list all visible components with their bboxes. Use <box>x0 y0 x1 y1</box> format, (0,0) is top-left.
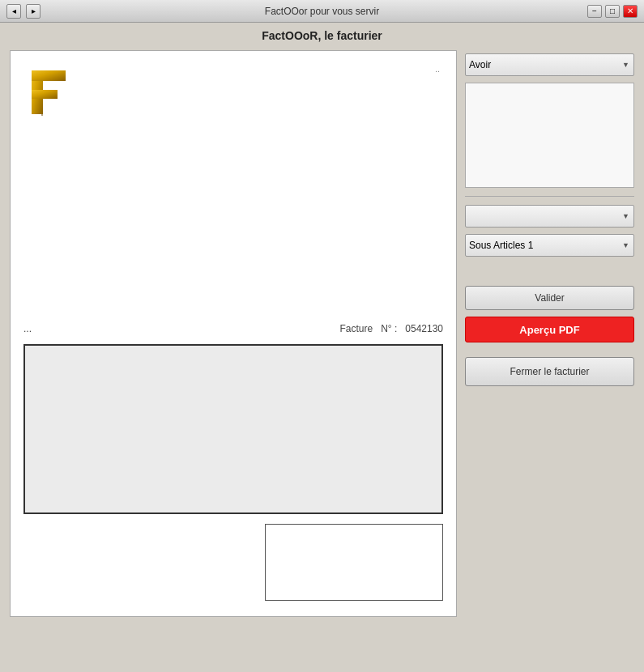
empty-select-wrapper[interactable] <box>465 205 634 228</box>
sous-articles-select[interactable]: Sous Articles 1 <box>465 234 634 257</box>
doc-dots-top: .. <box>435 64 440 74</box>
avoir-select-wrapper[interactable]: Avoir <box>465 53 634 76</box>
app-title: FactOOoR, le facturier <box>10 29 634 42</box>
sidebar: Avoir Sous Articles 1 Valider <box>465 50 634 386</box>
numero-label: N° : <box>381 323 397 334</box>
facture-label: Facture <box>339 323 373 334</box>
empty-select[interactable] <box>465 205 634 228</box>
valider-button[interactable]: Valider <box>465 286 634 310</box>
sidebar-textarea[interactable] <box>465 83 634 188</box>
spacer-1 <box>465 263 634 279</box>
avoir-select[interactable]: Avoir <box>465 53 634 76</box>
app-window: FactOOoR, le facturier <box>0 23 644 627</box>
doc-table-area <box>23 344 443 514</box>
fermer-button[interactable]: Fermer le facturier <box>465 357 634 386</box>
doc-header <box>23 64 443 121</box>
apercu-pdf-button[interactable]: Aperçu PDF <box>465 317 634 342</box>
back-button[interactable]: ◂ <box>6 4 21 19</box>
title-bar-left: ◂ ▸ <box>6 4 41 19</box>
doc-total-area <box>265 524 443 601</box>
svg-rect-3 <box>41 114 43 116</box>
numero-value: 0542130 <box>405 323 443 334</box>
forward-button[interactable]: ▸ <box>26 4 41 19</box>
f-logo <box>23 64 80 121</box>
close-button[interactable]: ✕ <box>623 5 638 18</box>
sous-articles-select-wrapper[interactable]: Sous Articles 1 <box>465 234 634 257</box>
doc-dots-left: ... <box>23 323 32 334</box>
window-controls: − □ ✕ <box>587 5 638 18</box>
svg-rect-2 <box>32 90 58 99</box>
doc-facture-info: Facture N° : 0542130 <box>339 323 443 334</box>
doc-spacer <box>23 129 443 226</box>
main-layout: .. ... Facture N° : 0542130 <box>10 50 634 617</box>
sidebar-underline <box>465 196 634 197</box>
doc-total-row <box>23 524 443 601</box>
doc-info-row: ... Facture N° : 0542130 <box>23 323 443 334</box>
minimize-button[interactable]: − <box>587 5 602 18</box>
doc-preview: .. ... Facture N° : 0542130 <box>10 50 457 617</box>
window-title: FactOOor pour vous servir <box>265 6 379 17</box>
maximize-button[interactable]: □ <box>605 5 620 18</box>
title-bar: ◂ ▸ FactOOor pour vous servir − □ ✕ <box>0 0 644 23</box>
svg-rect-1 <box>32 70 66 81</box>
